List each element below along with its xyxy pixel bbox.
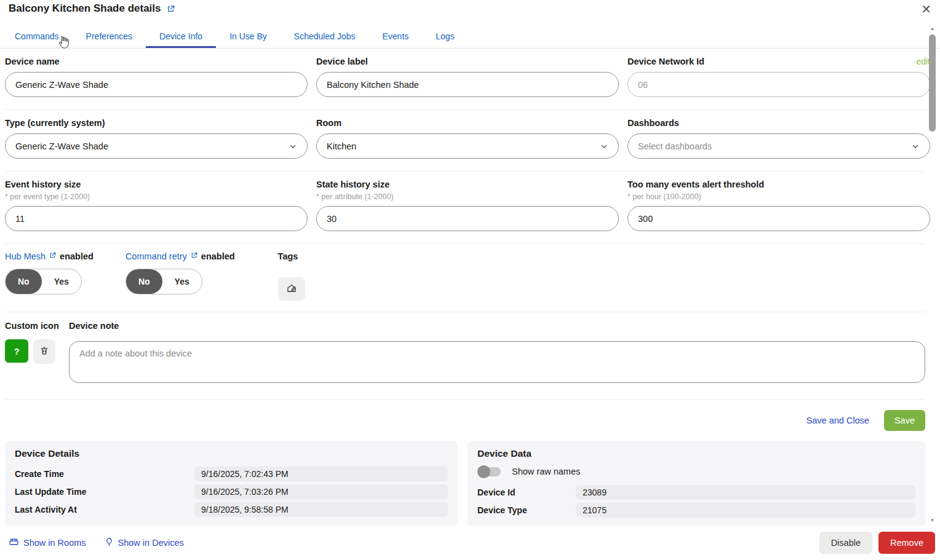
scrollbar-thumb[interactable] bbox=[929, 34, 936, 132]
device-name-input[interactable] bbox=[5, 72, 308, 97]
hub-mesh-group: Hub Mesh enabled No Yes bbox=[5, 251, 94, 301]
table-row: Last Update Time 9/16/2025, 7:03:26 PM bbox=[15, 484, 448, 499]
device-note-textarea[interactable] bbox=[69, 341, 925, 383]
device-id-label: Device Id bbox=[477, 487, 576, 497]
disable-button[interactable]: Disable bbox=[819, 532, 872, 554]
toggle-knob bbox=[477, 465, 490, 478]
room-label: Room bbox=[316, 118, 619, 128]
device-details-panel: Device Details Create Time 9/16/2025, 7:… bbox=[5, 441, 458, 527]
close-icon[interactable]: ✕ bbox=[921, 3, 931, 15]
event-history-input[interactable] bbox=[5, 206, 308, 231]
footer-bar: Show in Rooms Show in Devices Disable Re… bbox=[0, 526, 940, 560]
device-label-label: Device label bbox=[316, 57, 619, 66]
hub-mesh-toggle[interactable]: No Yes bbox=[5, 269, 82, 294]
type-field-group: Type (currently system) Generic Z-Wave S… bbox=[5, 118, 308, 159]
device-data-title: Device Data bbox=[477, 448, 915, 459]
room-select[interactable]: Kitchen bbox=[316, 133, 619, 159]
alert-threshold-input[interactable] bbox=[627, 206, 930, 231]
alert-threshold-field-group: Too many events alert threshold * per ho… bbox=[627, 179, 930, 231]
alert-threshold-label: Too many events alert threshold bbox=[627, 179, 930, 189]
hub-mesh-link[interactable]: Hub Mesh bbox=[5, 251, 46, 261]
type-select[interactable]: Generic Z-Wave Shade bbox=[5, 133, 308, 159]
tab-device-info[interactable]: Device Info bbox=[146, 26, 216, 48]
open-in-new-icon[interactable] bbox=[49, 251, 57, 261]
last-update-time-value: 9/16/2025, 7:03:26 PM bbox=[194, 484, 448, 499]
chevron-down-icon bbox=[911, 142, 920, 152]
type-select-value: Generic Z-Wave Shade bbox=[15, 141, 108, 151]
tags-label: Tags bbox=[278, 251, 298, 261]
edit-tags-button[interactable] bbox=[278, 277, 305, 301]
show-in-devices-link[interactable]: Show in Devices bbox=[105, 537, 184, 549]
device-note-group: Device note bbox=[69, 321, 925, 385]
device-details-window: Balcony Kitchen Shade details ✕ Commands… bbox=[0, 0, 940, 560]
create-time-label: Create Time bbox=[15, 469, 194, 479]
type-label: Type (currently system) bbox=[5, 118, 308, 128]
custom-icon-label: Custom icon bbox=[5, 321, 69, 331]
table-row: Device Id 23089 bbox=[477, 485, 915, 500]
form-row-history: Event history size * per event type (1-2… bbox=[5, 172, 925, 244]
device-network-id-label: Device Network Id bbox=[627, 57, 704, 66]
show-in-rooms-link[interactable]: Show in Rooms bbox=[9, 537, 86, 549]
form-row-type-room: Type (currently system) Generic Z-Wave S… bbox=[5, 110, 925, 172]
remove-button[interactable]: Remove bbox=[878, 532, 935, 554]
event-history-label: Event history size bbox=[5, 179, 308, 189]
custom-icon-button[interactable]: ? bbox=[5, 339, 28, 363]
lightbulb-icon bbox=[105, 537, 114, 549]
scroll-up-arrow-icon[interactable]: ▲ bbox=[928, 25, 936, 33]
page-title: Balcony Kitchen Shade details bbox=[9, 2, 161, 15]
save-actions: Save and Close Save bbox=[5, 400, 925, 441]
tags-group: Tags bbox=[278, 251, 305, 301]
dashboards-select[interactable]: Select dashboards bbox=[627, 133, 930, 159]
form-row-toggles: Hub Mesh enabled No Yes Command retry en… bbox=[5, 244, 925, 312]
dashboards-field-group: Dashboards Select dashboards bbox=[627, 118, 930, 159]
create-time-value: 9/16/2025, 7:02:43 PM bbox=[194, 467, 448, 481]
dashboards-label: Dashboards bbox=[627, 118, 930, 128]
device-id-value: 23089 bbox=[576, 485, 915, 500]
device-name-field-group: Device name bbox=[5, 57, 308, 97]
device-network-id-input[interactable] bbox=[627, 72, 930, 97]
hub-mesh-yes-option[interactable]: Yes bbox=[42, 269, 81, 294]
command-retry-toggle[interactable]: No Yes bbox=[125, 269, 202, 294]
command-retry-yes-option[interactable]: Yes bbox=[162, 269, 202, 294]
delete-icon-button[interactable] bbox=[33, 339, 55, 364]
event-history-field-group: Event history size * per event type (1-2… bbox=[5, 179, 308, 231]
table-row: Device Type 21075 bbox=[477, 503, 915, 518]
tab-in-use-by[interactable]: In Use By bbox=[216, 26, 281, 48]
last-activity-at-label: Last Activity At bbox=[15, 505, 194, 515]
save-button[interactable]: Save bbox=[884, 410, 925, 431]
show-raw-names-toggle[interactable] bbox=[479, 467, 501, 476]
state-history-hint: * per attribute (1-2000) bbox=[316, 192, 619, 201]
chevron-down-icon bbox=[289, 142, 297, 152]
open-in-new-icon[interactable] bbox=[190, 251, 198, 261]
device-details-title: Device Details bbox=[15, 448, 448, 459]
table-row: Last Activity At 9/18/2025, 9:58:58 PM bbox=[15, 502, 448, 517]
form-row-note: Custom icon ? Device note bbox=[5, 312, 925, 400]
command-retry-no-option[interactable]: No bbox=[126, 269, 162, 294]
tab-logs[interactable]: Logs bbox=[422, 26, 468, 48]
scroll-down-arrow-icon[interactable]: ▼ bbox=[928, 516, 936, 524]
command-retry-link[interactable]: Command retry bbox=[125, 251, 187, 261]
form-row-identity: Device name Device label Device Network … bbox=[5, 49, 925, 110]
tab-preferences[interactable]: Preferences bbox=[73, 26, 146, 48]
tab-commands[interactable]: Commands bbox=[1, 26, 73, 48]
show-in-devices-label: Show in Devices bbox=[118, 538, 184, 548]
device-label-input[interactable] bbox=[316, 72, 619, 97]
device-info-form: Device name Device label Device Network … bbox=[5, 49, 925, 527]
save-and-close-link[interactable]: Save and Close bbox=[807, 416, 869, 425]
command-retry-group: Command retry enabled No Yes bbox=[125, 251, 235, 301]
hub-mesh-no-option[interactable]: No bbox=[6, 269, 42, 294]
show-in-rooms-label: Show in Rooms bbox=[23, 538, 86, 548]
state-history-field-group: State history size * per attribute (1-20… bbox=[316, 179, 619, 231]
open-in-new-icon[interactable] bbox=[166, 4, 175, 14]
tab-events[interactable]: Events bbox=[368, 26, 422, 48]
vertical-scrollbar[interactable]: ▲ ▼ bbox=[928, 25, 936, 524]
device-type-label: Device Type bbox=[477, 505, 576, 515]
last-update-time-label: Last Update Time bbox=[15, 487, 194, 497]
chevron-down-icon bbox=[600, 142, 608, 152]
tag-edit-icon bbox=[286, 283, 297, 296]
show-raw-names-label: Show raw names bbox=[512, 467, 580, 476]
last-activity-at-value: 9/18/2025, 9:58:58 PM bbox=[194, 502, 448, 517]
command-retry-enabled-text: enabled bbox=[201, 251, 235, 261]
state-history-input[interactable] bbox=[316, 206, 619, 231]
tab-scheduled-jobs[interactable]: Scheduled Jobs bbox=[281, 26, 369, 48]
